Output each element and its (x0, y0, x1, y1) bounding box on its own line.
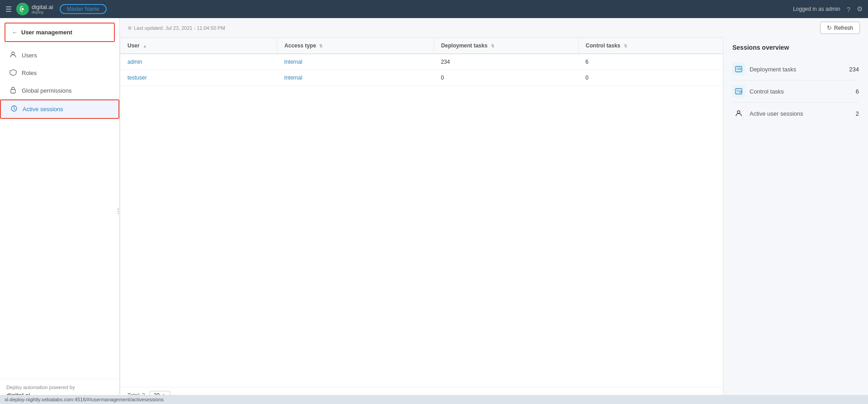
overview-item: Control tasks 6 (732, 80, 859, 103)
navbar: ☰ digital.ai deploy Master Name Logged i… (0, 0, 868, 18)
cell-deployment-tasks: 0 (434, 70, 578, 86)
cell-user: admin (120, 54, 277, 70)
overview-item: Active user sessions 2 (732, 103, 859, 124)
cell-access-type: Internal (277, 54, 434, 70)
sidebar-header-title: User management (21, 29, 72, 36)
sidebar-item-users[interactable]: Users (0, 47, 119, 64)
control-tasks-icon (732, 85, 745, 98)
refresh-icon: ↻ (827, 24, 832, 31)
last-updated-dot (128, 26, 132, 30)
overview-item: Deployment tasks 234 (732, 58, 859, 80)
sidebar-item-roles[interactable]: Roles (0, 64, 119, 82)
column-header-access-type[interactable]: Access type ⇅ (277, 38, 434, 54)
sidebar-item-active-sessions[interactable]: Active sessions (0, 99, 119, 119)
sidebar-footer-text: Deploy automation powered by (6, 385, 113, 390)
svg-rect-6 (736, 89, 742, 94)
navbar-right: Logged in as admin ? ⚙ (793, 5, 863, 13)
main-content: Last updated: Jul 23, 2021 - 11:04:50 PM… (120, 18, 868, 404)
sidebar-item-roles-label: Roles (22, 70, 37, 76)
cell-deployment-tasks: 234 (434, 54, 578, 70)
sidebar-nav: Users Roles Global permissions (0, 45, 119, 379)
sessions-table: User ▲ Access type ⇅ Deployment tasks ⇅ (120, 38, 723, 86)
sidebar: ← User management Users Role (0, 18, 120, 404)
access-type-link[interactable]: Internal (284, 75, 302, 81)
access-type-link[interactable]: Internal (284, 59, 302, 65)
logo-subtext: deploy (32, 10, 53, 14)
overview-item-label: Active user sessions (750, 110, 856, 117)
statusbar-url: xl-deploy-nightly.xebialabs.com:4516/#/u… (5, 397, 164, 402)
resize-dot-1 (118, 208, 119, 210)
user-link[interactable]: testuser (127, 75, 147, 81)
cell-control-tasks: 6 (578, 54, 723, 70)
refresh-label: Refresh (834, 25, 853, 31)
right-panel: Sessions overview Deployment tasks 234 (723, 38, 868, 404)
sidebar-item-global-permissions-label: Global permissions (22, 87, 72, 94)
logo: digital.ai deploy (16, 3, 53, 15)
column-header-user[interactable]: User ▲ (120, 38, 277, 54)
sort-icon-user: ▲ (143, 44, 147, 48)
help-icon[interactable]: ? (847, 5, 850, 13)
user-management-back-button[interactable]: ← User management (5, 23, 115, 42)
svg-rect-3 (11, 89, 15, 93)
active-user-sessions-icon (732, 107, 745, 120)
roles-icon (9, 69, 17, 77)
svg-point-2 (12, 52, 14, 55)
overview-item-count: 2 (856, 110, 859, 117)
statusbar: xl-deploy-nightly.xebialabs.com:4516/#/u… (0, 395, 868, 404)
settings-icon[interactable]: ⚙ (857, 5, 863, 13)
logo-icon (16, 3, 29, 15)
overview-item-label: Control tasks (750, 88, 856, 95)
sessions-overview-title: Sessions overview (732, 44, 859, 51)
refresh-button[interactable]: ↻ Refresh (820, 22, 860, 34)
content-area: User ▲ Access type ⇅ Deployment tasks ⇅ (120, 38, 868, 404)
table-body: admin Internal 234 6 testuser Internal 0… (120, 54, 723, 86)
layout: ← User management Users Role (0, 18, 868, 404)
resize-dot-2 (118, 211, 119, 212)
sort-icon-access: ⇅ (319, 44, 323, 48)
table-row: testuser Internal 0 0 (120, 70, 723, 86)
sort-icon-deploy: ⇅ (491, 44, 495, 48)
sidebar-item-global-permissions[interactable]: Global permissions (0, 82, 119, 99)
svg-point-7 (740, 91, 741, 93)
logged-in-text: Logged in as admin (793, 6, 840, 12)
last-updated-text: Last updated: Jul 23, 2021 - 11:04:50 PM (134, 25, 225, 31)
overview-item-label: Deployment tasks (750, 66, 849, 73)
svg-point-8 (737, 111, 740, 113)
overview-items: Deployment tasks 234 Control tasks 6 Act… (732, 58, 859, 124)
table-row: admin Internal 234 6 (120, 54, 723, 70)
column-header-control-tasks[interactable]: Control tasks ⇅ (578, 38, 723, 54)
table-header: User ▲ Access type ⇅ Deployment tasks ⇅ (120, 38, 723, 54)
logo-text: digital.ai (32, 4, 53, 10)
resize-dot-3 (118, 213, 119, 214)
svg-point-1 (22, 8, 24, 10)
clock-icon (10, 105, 18, 113)
cell-user: testuser (120, 70, 277, 86)
column-header-deployment-tasks[interactable]: Deployment tasks ⇅ (434, 38, 578, 54)
master-name-button[interactable]: Master Name (60, 4, 107, 14)
cell-access-type: Internal (277, 70, 434, 86)
last-updated: Last updated: Jul 23, 2021 - 11:04:50 PM (128, 25, 225, 31)
sidebar-resize-handle[interactable] (117, 192, 119, 230)
sidebar-item-users-label: Users (22, 52, 37, 59)
overview-item-count: 6 (856, 88, 859, 95)
lock-icon (9, 86, 17, 95)
deployment-tasks-icon (732, 63, 745, 75)
cell-control-tasks: 0 (578, 70, 723, 86)
overview-item-count: 234 (849, 66, 859, 73)
main-topbar: Last updated: Jul 23, 2021 - 11:04:50 PM… (120, 18, 868, 38)
sidebar-item-active-sessions-label: Active sessions (23, 106, 63, 113)
users-icon (9, 51, 17, 60)
sort-icon-control: ⇅ (624, 44, 627, 48)
table-section: User ▲ Access type ⇅ Deployment tasks ⇅ (120, 38, 723, 404)
back-arrow-icon: ← (12, 29, 18, 36)
user-link[interactable]: admin (127, 59, 142, 65)
hamburger-icon[interactable]: ☰ (5, 5, 12, 14)
